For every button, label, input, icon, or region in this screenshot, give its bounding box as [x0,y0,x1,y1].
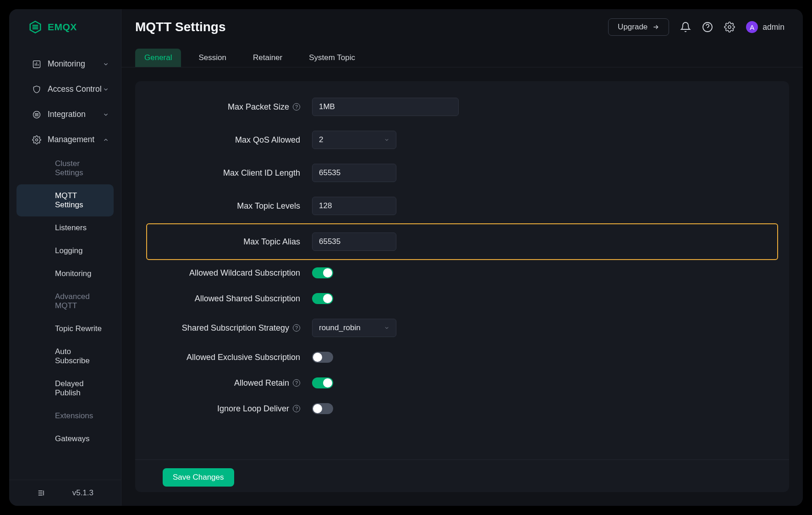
brand-logo[interactable]: EMQX [9,9,121,45]
nav-sub-management: Cluster Settings MQTT Settings Listeners… [9,152,121,450]
toggle-exclusive-sub[interactable] [312,352,333,363]
nav-group-integration[interactable]: Integration [9,102,121,127]
label-max-packet-size: Max Packet Size ? [154,102,300,112]
row-retain: Allowed Retain ? [154,377,771,388]
label-loop-deliver: Ignore Loop Deliver ? [154,404,300,414]
brand-hex-icon [28,20,42,34]
label-exclusive-sub: Allowed Exclusive Subscription [154,353,300,362]
settings-panel: Max Packet Size ? Max QoS Allowed 2 [135,81,789,492]
nav-item-monitoring[interactable]: Monitoring [16,262,114,285]
chevron-down-icon [384,325,390,331]
nav-item-topic-rewrite[interactable]: Topic Rewrite [16,317,114,340]
sidebar: EMQX Monitoring Access Control [9,9,121,506]
content: Max Packet Size ? Max QoS Allowed 2 [121,67,803,506]
bell-icon[interactable] [680,22,691,33]
sidebar-nav: Monitoring Access Control Integration [9,45,121,480]
label-max-client-id: Max Client ID Length [154,168,300,178]
row-max-packet-size: Max Packet Size ? [154,98,771,116]
label-wildcard-sub: Allowed Wildcard Subscription [154,268,300,278]
nav-item-auto-subscribe[interactable]: Auto Subscribe [16,340,114,372]
label-max-topic-levels: Max Topic Levels [154,201,300,211]
nav-item-gateways[interactable]: Gateways [16,427,114,450]
main: MQTT Settings Upgrade A adm [121,9,803,506]
header: MQTT Settings Upgrade A adm [121,9,803,40]
info-icon[interactable]: ? [293,324,300,332]
nav-group-label: Access Control [48,84,102,94]
settings-icon[interactable] [724,22,735,33]
sidebar-footer: v5.1.3 [9,480,121,506]
label-max-qos: Max QoS Allowed [154,135,300,145]
dashboard-icon [32,60,41,69]
info-icon[interactable]: ? [293,379,300,387]
toggle-shared-sub[interactable] [312,293,333,304]
row-max-client-id: Max Client ID Length [154,164,771,182]
chevron-down-icon [103,61,109,67]
app-window: EMQX Monitoring Access Control [9,9,803,506]
save-button[interactable]: Save Changes [163,468,234,487]
gear-icon [32,135,41,144]
nav-group-monitoring[interactable]: Monitoring [9,51,121,77]
label-retain: Allowed Retain ? [154,378,300,388]
panel-footer: Save Changes [135,460,789,487]
nav-item-delayed-publish[interactable]: Delayed Publish [16,372,114,404]
row-shared-sub: Allowed Shared Subscription [154,293,771,304]
nav-group-label: Integration [48,110,86,119]
row-max-topic-levels: Max Topic Levels [154,197,771,215]
select-max-qos[interactable]: 2 [312,131,396,149]
avatar: A [746,21,758,33]
username: admin [763,22,785,32]
arrow-right-icon [652,23,659,31]
nav-group-management[interactable]: Management [9,127,121,152]
input-max-packet-size[interactable] [312,98,459,116]
user-menu[interactable]: A admin [746,21,785,33]
label-max-topic-alias: Max Topic Alias [154,237,300,247]
chevron-down-icon [103,111,109,118]
row-max-qos: Max QoS Allowed 2 [154,131,771,149]
chevron-down-icon [103,86,109,93]
page-title: MQTT Settings [135,20,226,34]
nav-group-access-control[interactable]: Access Control [9,77,121,102]
tab-session[interactable]: Session [189,49,235,67]
info-icon[interactable]: ? [293,103,300,111]
collapse-sidebar-icon[interactable] [37,489,45,497]
info-icon[interactable]: ? [293,405,300,412]
svg-point-20 [728,26,731,28]
tab-general[interactable]: General [135,49,181,67]
input-max-topic-levels[interactable] [312,197,396,215]
row-wildcard-sub: Allowed Wildcard Subscription [154,267,771,278]
tab-retainer[interactable]: Retainer [244,49,291,67]
nav-item-extensions[interactable]: Extensions [16,404,114,427]
tabs: General Session Retainer System Topic [121,40,803,67]
toggle-wildcard-sub[interactable] [312,267,333,278]
version-label: v5.1.3 [72,488,93,498]
stack-icon [32,110,41,119]
header-actions: Upgrade A admin [608,18,785,36]
row-exclusive-sub: Allowed Exclusive Subscription [154,352,771,363]
shield-icon [32,85,41,94]
select-shared-strategy[interactable]: round_robin [312,319,396,337]
nav-item-mqtt-settings[interactable]: MQTT Settings [16,184,114,216]
nav-item-listeners[interactable]: Listeners [16,216,114,239]
toggle-retain[interactable] [312,377,333,388]
input-max-topic-alias[interactable] [312,233,396,251]
input-max-client-id[interactable] [312,164,396,182]
nav-group-label: Management [48,135,94,144]
toggle-loop-deliver[interactable] [312,403,333,414]
upgrade-label: Upgrade [618,22,647,32]
chevron-up-icon [103,137,109,143]
chevron-down-icon [384,137,390,143]
help-icon[interactable] [702,22,713,33]
row-shared-strategy: Shared Subscription Strategy ? round_rob… [154,319,771,337]
nav-item-advanced-mqtt[interactable]: Advanced MQTT [16,285,114,317]
nav-item-cluster-settings[interactable]: Cluster Settings [16,152,114,184]
svg-point-12 [36,138,38,141]
upgrade-button[interactable]: Upgrade [608,18,669,36]
label-shared-strategy: Shared Subscription Strategy ? [154,323,300,333]
row-max-topic-alias: Max Topic Alias [146,223,778,260]
nav-group-label: Monitoring [48,59,85,69]
row-loop-deliver: Ignore Loop Deliver ? [154,403,771,414]
brand-name: EMQX [48,22,77,33]
label-shared-sub: Allowed Shared Subscription [154,294,300,304]
tab-system-topic[interactable]: System Topic [300,49,364,67]
nav-item-logging[interactable]: Logging [16,239,114,262]
